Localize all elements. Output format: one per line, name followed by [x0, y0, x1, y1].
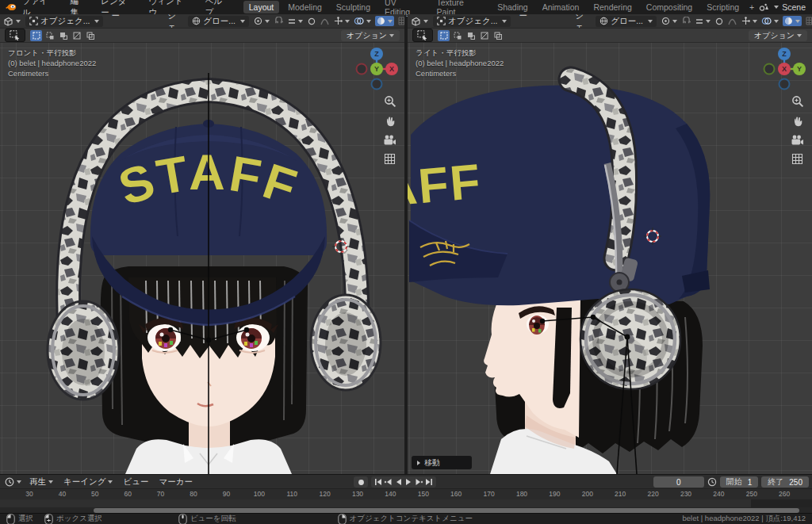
shading-mode-button[interactable] — [375, 16, 394, 26]
overlays-button[interactable] — [761, 17, 779, 25]
blender-logo-icon[interactable] — [5, 2, 17, 12]
end-frame-field[interactable]: 終了 250 — [761, 476, 809, 488]
falloff-curve-icon[interactable] — [728, 17, 737, 25]
editor-timeline-icon[interactable] — [5, 477, 21, 487]
select-mode-extend[interactable] — [451, 30, 463, 41]
mode-selector[interactable]: オブジェク... — [25, 16, 103, 27]
viewport-menu-0[interactable]: ビュー — [519, 14, 527, 29]
camera-view-icon[interactable] — [791, 135, 804, 146]
gizmos-button[interactable] — [334, 17, 350, 25]
preview-range-clock-icon[interactable] — [707, 477, 717, 487]
transform-orientation[interactable]: グロー... — [596, 16, 657, 27]
start-frame-field[interactable]: 開始 1 — [720, 476, 759, 488]
snap-settings-button[interactable] — [288, 17, 303, 25]
pan-hand-icon[interactable] — [384, 115, 396, 128]
ortho-grid-icon[interactable] — [384, 153, 396, 165]
options-dropdown[interactable]: オプション — [749, 30, 807, 41]
transform-orientation[interactable]: グロー... — [188, 16, 249, 27]
timeline-menu-2[interactable]: ビュー — [123, 476, 148, 488]
pan-hand-icon[interactable] — [791, 115, 804, 128]
next-keyframe-button[interactable] — [414, 477, 424, 487]
viewport-side: オブジェク... ビュー選択追加オブジェクト グロー... — [408, 14, 812, 474]
viewport-canvas[interactable]: AFF ライト・平行投影 (0) belet | headphone2022 C… — [408, 43, 812, 474]
status-bar: 選択ボックス選択ビューを回転オブジェクトコンテキストメニューbelet | he… — [0, 513, 812, 524]
current-frame-field[interactable]: 0 — [653, 476, 704, 488]
snap-magnet-icon[interactable] — [682, 17, 691, 25]
timeline-menus: 再生キーイングビューマーカー — [29, 476, 193, 488]
viewport-menu-1[interactable]: 選択 — [538, 14, 546, 29]
cap-side: AFF — [408, 85, 710, 305]
timeline-ruler[interactable]: 3040506070809010011012013014015016017018… — [0, 489, 812, 499]
zoom-icon[interactable] — [384, 95, 396, 108]
jump-to-end-button[interactable] — [424, 477, 435, 487]
ruler-tick-120: 120 — [320, 490, 331, 498]
timeline-menu-0[interactable]: 再生 — [29, 476, 53, 488]
shading-clipped-icon[interactable] — [398, 17, 404, 25]
workspace-tab-1[interactable]: Modeling — [282, 1, 327, 13]
snap-settings-button[interactable] — [695, 17, 710, 25]
select-mode-set[interactable] — [30, 30, 42, 41]
prev-keyframe-button[interactable] — [383, 477, 393, 487]
ruler-tick-90: 90 — [223, 490, 230, 498]
shading-clipped-icon[interactable] — [806, 17, 812, 25]
workspace-tab-5[interactable]: Shading — [492, 1, 534, 13]
select-mode-extend[interactable] — [44, 30, 56, 41]
gizmos-button[interactable] — [741, 17, 757, 25]
mode-selector[interactable]: オブジェク... — [433, 16, 511, 27]
select-mode-subtract[interactable] — [465, 30, 477, 41]
workspace-tab-0[interactable]: Layout — [243, 1, 280, 13]
select-mode-intersect[interactable] — [492, 30, 504, 41]
ruler-tick-230: 230 — [680, 490, 691, 498]
navigation-gizmo[interactable]: Z X Y — [354, 46, 400, 92]
svg-text:Z: Z — [374, 50, 379, 58]
pivot-point-button[interactable] — [661, 17, 677, 25]
select-box-tool-button[interactable] — [5, 29, 25, 42]
editor-3dview-icon[interactable] — [3, 17, 21, 26]
workspace-tab-7[interactable]: Rendering — [588, 1, 637, 13]
ruler-tick-240: 240 — [713, 490, 724, 498]
overlays-button[interactable] — [354, 17, 371, 25]
add-workspace-button[interactable]: + — [745, 2, 759, 12]
frame-range-fields: 0 開始 1 終了 250 — [653, 476, 809, 488]
viewport-canvas[interactable]: STAFF フロント・平行投影 (0) belet | headphone202… — [0, 43, 404, 474]
play-reverse-button[interactable] — [393, 477, 404, 487]
timeline-menu-3[interactable]: マーカー — [159, 476, 193, 488]
select-mode-intersect[interactable] — [84, 30, 96, 41]
pivot-point-button[interactable] — [254, 17, 270, 25]
scene-selector[interactable]: Scene — [759, 2, 812, 12]
snap-magnet-icon[interactable] — [274, 17, 283, 25]
proportional-editing-icon[interactable] — [308, 17, 316, 25]
viewport-menu-2[interactable]: 追加 — [557, 14, 565, 29]
shading-mode-button[interactable] — [783, 16, 802, 26]
play-button[interactable] — [404, 477, 414, 487]
viewport-menu-3[interactable]: オブジェクト — [575, 14, 588, 29]
record-button[interactable] — [354, 476, 368, 488]
select-mode-invert[interactable] — [478, 30, 490, 41]
workspace-tab-8[interactable]: Compositing — [641, 1, 698, 13]
viewport-menu-1[interactable]: 選択 — [130, 14, 139, 29]
workspace-tab-6[interactable]: Animation — [537, 1, 585, 13]
playback-controls — [354, 476, 436, 488]
workspace-tab-2[interactable]: Sculpting — [331, 1, 376, 13]
pivot-point-icon — [254, 17, 262, 25]
zoom-icon[interactable] — [791, 95, 804, 108]
timeline-menu-1[interactable]: キーイング — [63, 476, 113, 488]
workspace-tab-9[interactable]: Scripting — [701, 1, 745, 13]
select-mode-set[interactable] — [438, 30, 450, 41]
viewport-menu-0[interactable]: ビュー — [111, 14, 120, 29]
viewport-nav-icons — [791, 95, 804, 165]
viewport-menu-3[interactable]: オブジェクト — [167, 14, 180, 29]
navigation-gizmo[interactable]: Z Y X — [761, 46, 807, 92]
select-box-tool-button[interactable] — [412, 29, 433, 42]
camera-view-icon[interactable] — [383, 135, 396, 146]
editor-3dview-icon[interactable] — [411, 17, 428, 26]
ortho-grid-icon[interactable] — [791, 153, 803, 165]
select-mode-subtract[interactable] — [57, 30, 69, 41]
select-mode-invert[interactable] — [71, 30, 82, 41]
falloff-curve-icon[interactable] — [320, 17, 329, 25]
jump-to-start-button[interactable] — [373, 477, 383, 487]
options-dropdown[interactable]: オプション — [341, 30, 400, 41]
proportional-editing-icon[interactable] — [715, 17, 723, 25]
viewport-menu-2[interactable]: 追加 — [149, 14, 158, 29]
operator-panel-move[interactable]: 移動 — [412, 456, 472, 469]
